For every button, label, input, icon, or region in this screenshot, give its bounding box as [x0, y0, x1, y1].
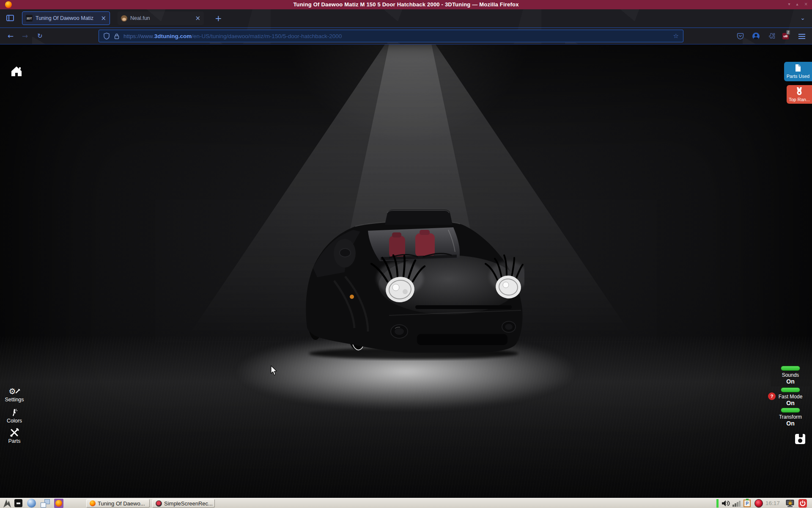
transform-label: Transform	[771, 414, 810, 420]
taskbar-clock: 16:17	[765, 500, 780, 506]
fast-mode-label: Fast Mode	[771, 394, 810, 400]
show-desktop-icon[interactable]	[41, 499, 50, 508]
3dtuning-favicon: 3DT	[26, 15, 33, 22]
top-rank-label: Top Ran...	[787, 97, 812, 102]
tab-title: Tuning Of Daewoo Matiz	[36, 15, 98, 21]
save-icon-hole	[798, 439, 802, 443]
save-button[interactable]	[795, 434, 805, 444]
window-manager-menu-icon[interactable]	[3, 499, 13, 508]
list-all-tabs-icon[interactable]: ⌄	[800, 14, 805, 21]
new-tab-button[interactable]: +	[215, 13, 222, 23]
taskbar-task-screenrecorder[interactable]: SimpleScreenRec...	[152, 499, 215, 508]
account-icon[interactable]	[752, 32, 760, 40]
side-mirror	[340, 248, 351, 257]
navigation-toolbar: ← → ↻ https://www.3dtuning.com/en-US/tun…	[0, 28, 812, 44]
bookmark-star-icon[interactable]: ☆	[673, 32, 679, 40]
url-path: /en-US/tuning/daewoo/matiz/m-150/5-door-…	[192, 33, 342, 39]
window-title: Tuning Of Daewoo Matiz M 150 5 Door Hatc…	[0, 1, 812, 8]
screen-recorder-tray-icon[interactable]	[754, 499, 763, 508]
menu-hamburger-icon[interactable]	[798, 34, 805, 39]
mouse-cursor	[271, 365, 278, 378]
forward-button: →	[22, 32, 28, 40]
tracking-shield-icon[interactable]	[103, 33, 110, 40]
minimize-button[interactable]: ▾	[788, 2, 790, 6]
document-icon	[794, 64, 802, 72]
reload-button[interactable]: ↻	[37, 32, 43, 40]
fast-mode-toggle[interactable]: Fast Mode On	[771, 387, 810, 406]
transform-toggle[interactable]: Transform On	[771, 408, 810, 427]
power-button-icon[interactable]	[798, 499, 807, 508]
browser-launcher-icon[interactable]	[27, 499, 36, 508]
tools-icon	[10, 428, 19, 437]
sounds-toggle[interactable]: Sounds On	[771, 364, 810, 387]
close-button[interactable]: ×	[804, 2, 808, 6]
parts-label: Parts	[1, 438, 28, 444]
tab-nealfun[interactable]: Neal.fun ×	[118, 11, 204, 25]
url-domain: 3dtuning.com	[154, 33, 192, 39]
sidebar-item-settings[interactable]: ⚙ Settings	[1, 387, 28, 403]
extensions-puzzle-icon[interactable]	[768, 33, 775, 40]
firefox-view-icon[interactable]	[6, 15, 14, 21]
home-button[interactable]	[10, 65, 25, 78]
settings-label: Settings	[1, 397, 28, 403]
parts-used-label: Parts Used	[784, 74, 812, 79]
browser-chrome: 3DT Tuning Of Daewoo Matiz × Neal.fun × …	[0, 9, 812, 44]
tab-bar: 3DT Tuning Of Daewoo Matiz × Neal.fun × …	[0, 9, 812, 28]
network-signal-icon[interactable]	[732, 500, 742, 507]
ublock-badge: 2	[786, 30, 790, 35]
pocket-icon[interactable]	[737, 33, 744, 40]
screen-recorder-task-icon	[156, 500, 162, 507]
medal-icon	[795, 87, 804, 95]
spray-gun-icon	[10, 408, 19, 417]
help-button[interactable]: ?	[768, 392, 776, 400]
url-text[interactable]: https://www.3dtuning.com/en-US/tuning/da…	[123, 33, 669, 39]
sounds-state: On	[771, 378, 810, 385]
wrench-icon	[15, 389, 20, 394]
nealfun-favicon-icon	[121, 15, 127, 22]
window-titlebar: Tuning Of Daewoo Matiz M 150 5 Door Hatc…	[0, 0, 812, 9]
parts-used-button[interactable]: Parts Used	[784, 62, 812, 81]
url-prefix: https://www.	[123, 33, 154, 39]
task-label: Tuning Of Daewo...	[98, 500, 145, 507]
volume-icon[interactable]	[721, 500, 730, 507]
ublock-label: uB	[784, 34, 788, 38]
sidebar-item-colors[interactable]: Colors	[1, 408, 28, 424]
top-rank-button[interactable]: Top Ran...	[787, 85, 812, 104]
toggle-on-icon[interactable]	[781, 366, 800, 371]
fast-mode-state: On	[771, 400, 810, 406]
lock-screen-icon[interactable]	[786, 499, 794, 508]
car-render[interactable]	[304, 204, 524, 362]
sounds-label: Sounds	[771, 372, 810, 378]
tray-status-bar	[716, 499, 719, 508]
terminal-launcher-icon[interactable]	[14, 499, 22, 507]
home-icon	[10, 65, 23, 77]
system-taskbar: Tuning Of Daewo... SimpleScreenRec... P …	[0, 498, 812, 508]
firefox-task-icon	[90, 500, 96, 506]
fog-light-left	[391, 325, 408, 338]
side-indicator	[350, 295, 354, 299]
taskbar-task-firefox[interactable]: Tuning Of Daewo...	[86, 499, 150, 508]
lock-icon[interactable]	[114, 33, 120, 39]
maximize-button[interactable]: ▴	[796, 2, 798, 6]
back-button[interactable]: ←	[8, 32, 14, 40]
tab-title: Neal.fun	[130, 15, 192, 21]
toggle-on-icon[interactable]	[781, 408, 800, 413]
colors-label: Colors	[1, 418, 28, 424]
url-bar[interactable]: https://www.3dtuning.com/en-US/tuning/da…	[99, 30, 683, 42]
tab-close-icon[interactable]: ×	[195, 15, 200, 22]
firefox-launcher-icon[interactable]	[54, 499, 63, 508]
transform-state: On	[771, 420, 810, 427]
toggle-on-icon[interactable]	[781, 387, 800, 392]
tuning-3d-viewport[interactable]: Parts Used Top Ran... ⚙ Settings	[0, 44, 812, 498]
tab-close-icon[interactable]: ×	[101, 15, 106, 22]
task-label: SimpleScreenRec...	[164, 500, 213, 507]
tab-3dtuning[interactable]: 3DT Tuning Of Daewoo Matiz ×	[22, 11, 110, 25]
save-icon	[799, 434, 803, 437]
sidebar-item-parts[interactable]: Parts	[1, 428, 28, 444]
fog-light-right	[502, 321, 516, 332]
ublock-origin-icon[interactable]: uB 2	[782, 33, 789, 39]
clipboard-manager-icon[interactable]: P	[743, 500, 751, 507]
